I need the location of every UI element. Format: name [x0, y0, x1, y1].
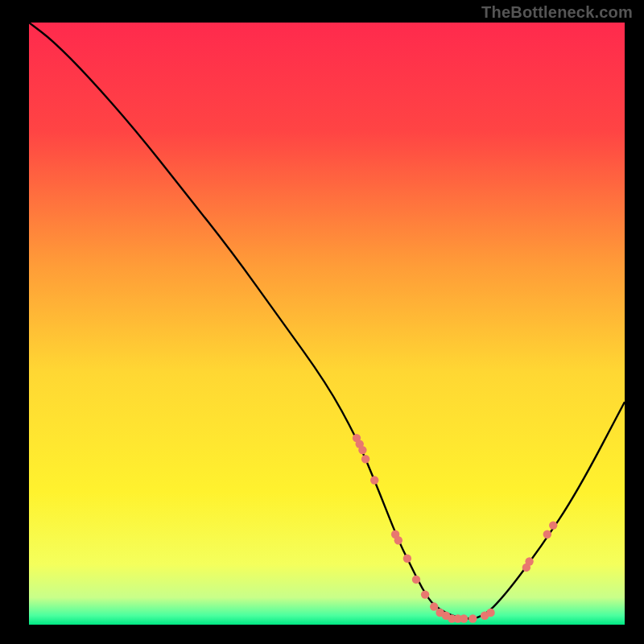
scatter-point: [421, 590, 429, 598]
scatter-point: [412, 576, 420, 584]
scatter-point: [525, 557, 533, 565]
scatter-point: [486, 609, 494, 617]
scatter-point: [543, 530, 551, 539]
chart-container: TheBottleneck.com: [0, 0, 644, 644]
gradient-background: [29, 23, 625, 625]
scatter-point: [394, 536, 402, 544]
scatter-point: [460, 614, 468, 622]
watermark-text: TheBottleneck.com: [481, 3, 633, 22]
scatter-point: [549, 521, 557, 529]
scatter-point: [430, 602, 438, 610]
scatter-point: [370, 476, 378, 484]
scatter-point: [469, 614, 477, 622]
scatter-point: [403, 555, 411, 563]
scatter-point: [358, 446, 366, 454]
scatter-point: [361, 455, 369, 463]
bottleneck-plot: [29, 23, 625, 625]
